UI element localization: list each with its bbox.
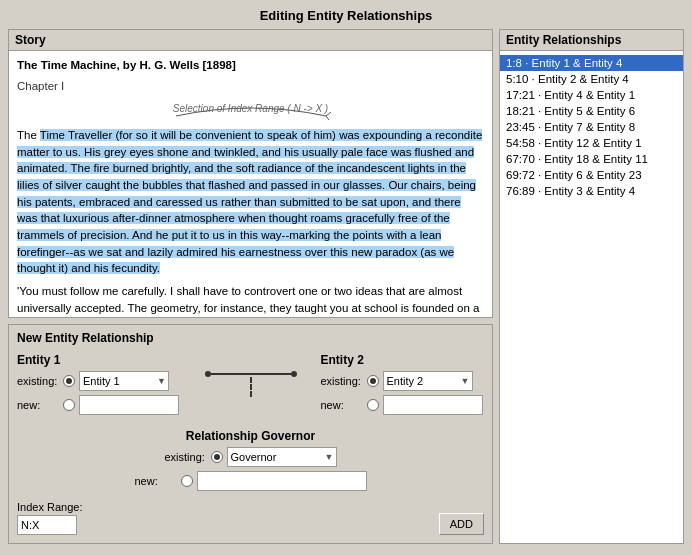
new-entity-panel: New Entity Relationship Entity 1 existin… [8, 324, 493, 544]
bottom-row: Index Range: ADD [17, 501, 484, 535]
entity1-existing-row: existing: Entity 1 Entity 2 Entity 3 ▼ [17, 371, 181, 391]
new-entity-header: New Entity Relationship [17, 331, 484, 345]
entity2-select-wrapper: Entity 1 Entity 2 Entity 3 ▼ [383, 371, 473, 391]
entity1-existing-label: existing: [17, 375, 59, 387]
entity-form: Entity 1 existing: Entity 1 Entity 2 Ent… [17, 353, 484, 535]
entity2-existing-label: existing: [321, 375, 363, 387]
entity2-existing-row: existing: Entity 1 Entity 2 Entity 3 ▼ [321, 371, 485, 391]
story-content[interactable]: The Time Machine, by H. G. Wells [1898] … [9, 51, 492, 317]
connector-line [205, 371, 297, 397]
index-range-input[interactable] [17, 515, 77, 535]
governor-select-wrapper: Governor Option 2 Option 3 ▼ [227, 447, 337, 467]
index-range-section: Index Range: [17, 501, 82, 535]
book-title: The Time Machine, by H. G. Wells [1898] [17, 57, 484, 74]
connector-h-line [211, 373, 291, 375]
entity-row-top: Entity 1 existing: Entity 1 Entity 2 Ent… [17, 353, 484, 419]
governor-new-input[interactable] [197, 471, 367, 491]
entity1-new-radio[interactable] [63, 399, 75, 411]
connector-dot-right [291, 371, 297, 377]
entity-list-item[interactable]: 76:89 · Entity 3 & Entity 4 [500, 183, 683, 199]
governor-existing-radio[interactable] [211, 451, 223, 463]
entity1-existing-radio[interactable] [63, 375, 75, 387]
chapter-label: Chapter I [17, 78, 484, 95]
governor-new-label: new: [135, 475, 177, 487]
entity1-new-label: new: [17, 399, 59, 411]
governor-section: Relationship Governor existing: Governor… [17, 429, 484, 495]
entity2-new-radio[interactable] [367, 399, 379, 411]
entity1-select-wrapper: Entity 1 Entity 2 Entity 3 ▼ [79, 371, 169, 391]
connector-area [197, 371, 305, 397]
governor-new-radio[interactable] [181, 475, 193, 487]
entity2-select[interactable]: Entity 1 Entity 2 Entity 3 [383, 371, 473, 391]
entity2-new-row: new: [321, 395, 485, 415]
entity-list[interactable]: 1:8 · Entity 1 & Entity 45:10 · Entity 2… [500, 51, 683, 543]
selection-indicator: Selection of Index Range ( N -> X ) [17, 98, 484, 125]
paragraph-1: The Time Traveller (for so it will be co… [17, 127, 484, 277]
entity-list-item[interactable]: 17:21 · Entity 4 & Entity 1 [500, 87, 683, 103]
add-button[interactable]: ADD [439, 513, 484, 535]
paragraph-2: 'You must follow me carefully. I shall h… [17, 283, 484, 317]
entity1-new-row: new: [17, 395, 181, 415]
story-header: Story [9, 30, 492, 51]
governor-new-row: new: [135, 471, 367, 491]
entity1-column: Entity 1 existing: Entity 1 Entity 2 Ent… [17, 353, 181, 419]
governor-existing-row: existing: Governor Option 2 Option 3 ▼ [165, 447, 337, 467]
governor-existing-label: existing: [165, 451, 207, 463]
entity-list-item[interactable]: 69:72 · Entity 6 & Entity 23 [500, 167, 683, 183]
page-title: Editing Entity Relationships [0, 0, 692, 29]
entity-list-item[interactable]: 67:70 · Entity 18 & Entity 11 [500, 151, 683, 167]
entity2-column: Entity 2 existing: Entity 1 Entity 2 Ent… [321, 353, 485, 419]
governor-select[interactable]: Governor Option 2 Option 3 [227, 447, 337, 467]
entity-list-item[interactable]: 1:8 · Entity 1 & Entity 4 [500, 55, 683, 71]
story-panel: Story The Time Machine, by H. G. Wells [… [8, 29, 493, 318]
connector-v-dash [250, 377, 252, 397]
entity-list-item[interactable]: 18:21 · Entity 5 & Entity 6 [500, 103, 683, 119]
entity-list-item[interactable]: 54:58 · Entity 12 & Entity 1 [500, 135, 683, 151]
entity2-existing-radio[interactable] [367, 375, 379, 387]
entity-list-item[interactable]: 23:45 · Entity 7 & Entity 8 [500, 119, 683, 135]
entity-list-item[interactable]: 5:10 · Entity 2 & Entity 4 [500, 71, 683, 87]
entity2-label: Entity 2 [321, 353, 485, 367]
entity-relationships-header: Entity Relationships [500, 30, 683, 51]
index-range-label: Index Range: [17, 501, 82, 513]
entity1-label: Entity 1 [17, 353, 181, 367]
svg-line-1 [326, 116, 329, 120]
entity2-new-label: new: [321, 399, 363, 411]
entity2-new-input[interactable] [383, 395, 483, 415]
governor-label: Relationship Governor [186, 429, 315, 443]
entity1-new-input[interactable] [79, 395, 179, 415]
entity-relationships-panel: Entity Relationships 1:8 · Entity 1 & En… [499, 29, 684, 544]
entity1-select[interactable]: Entity 1 Entity 2 Entity 3 [79, 371, 169, 391]
